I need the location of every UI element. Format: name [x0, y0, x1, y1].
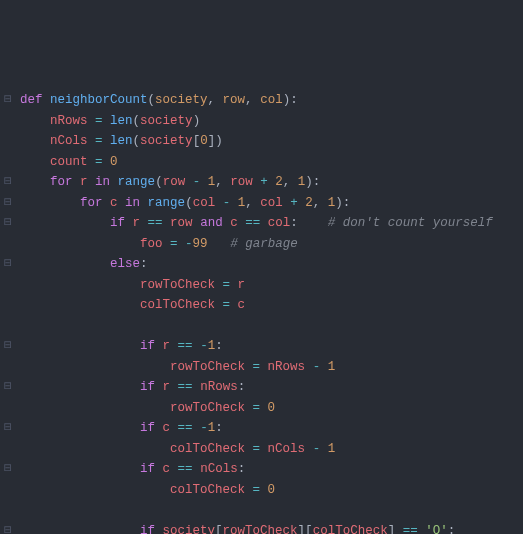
fold-gutter-icon[interactable]: ⊟	[0, 193, 16, 214]
code-text: else:	[20, 257, 148, 271]
code-line[interactable]: ⊟ if c == -1:	[0, 418, 523, 439]
code-text: for r in range(row - 1, row + 2, 1):	[20, 175, 320, 189]
fold-gutter-icon[interactable]: ⊟	[0, 254, 16, 275]
code-text: if r == -1:	[20, 339, 223, 353]
fold-gutter-icon[interactable]: ⊟	[0, 377, 16, 398]
code-line[interactable]: ⊟ if c == nCols:	[0, 459, 523, 480]
fold-gutter-icon[interactable]: ⊟	[0, 418, 16, 439]
code-line[interactable]: ⊟def neighborCount(society, row, col):	[0, 90, 523, 111]
fold-gutter-icon[interactable]: ⊟	[0, 213, 16, 234]
code-line[interactable]: ⊟ else:	[0, 254, 523, 275]
code-text	[20, 319, 140, 333]
code-text: colToCheck = nCols - 1	[20, 442, 335, 456]
code-line[interactable]	[0, 316, 523, 337]
fold-gutter-icon[interactable]: ⊟	[0, 336, 16, 357]
code-line[interactable]: ⊟ for r in range(row - 1, row + 2, 1):	[0, 172, 523, 193]
fold-gutter-icon[interactable]: ⊟	[0, 172, 16, 193]
code-line[interactable]: colToCheck = nCols - 1	[0, 439, 523, 460]
code-line[interactable]: colToCheck = 0	[0, 480, 523, 501]
code-line[interactable]: colToCheck = c	[0, 295, 523, 316]
fold-gutter-icon[interactable]: ⊟	[0, 90, 16, 111]
code-text: rowToCheck = 0	[20, 401, 275, 415]
fold-gutter-icon[interactable]: ⊟	[0, 521, 16, 535]
code-text	[20, 503, 140, 517]
code-text: if r == row and c == col: # don't count …	[20, 216, 493, 230]
fold-gutter-icon[interactable]: ⊟	[0, 459, 16, 480]
code-text: foo = -99 # garbage	[20, 237, 298, 251]
code-text: for c in range(col - 1, col + 2, 1):	[20, 196, 350, 210]
code-text: colToCheck = c	[20, 298, 245, 312]
code-line[interactable]: ⊟ if r == nRows:	[0, 377, 523, 398]
code-text: nRows = len(society)	[20, 114, 200, 128]
code-text: colToCheck = 0	[20, 483, 275, 497]
code-text: if c == nCols:	[20, 462, 245, 476]
code-line[interactable]: rowToCheck = 0	[0, 398, 523, 419]
code-line[interactable]: ⊟ if society[rowToCheck][colToCheck] == …	[0, 521, 523, 535]
code-line[interactable]: rowToCheck = nRows - 1	[0, 357, 523, 378]
code-text: def neighborCount(society, row, col):	[20, 93, 298, 107]
code-line[interactable]: count = 0	[0, 152, 523, 173]
code-text: rowToCheck = nRows - 1	[20, 360, 335, 374]
code-line[interactable]: rowToCheck = r	[0, 275, 523, 296]
code-text: rowToCheck = r	[20, 278, 245, 292]
code-editor[interactable]: ⊟def neighborCount(society, row, col): n…	[0, 90, 523, 534]
code-line[interactable]: ⊟ if r == row and c == col: # don't coun…	[0, 213, 523, 234]
code-text: nCols = len(society[0])	[20, 134, 223, 148]
code-line[interactable]: ⊟ if r == -1:	[0, 336, 523, 357]
code-text: count = 0	[20, 155, 118, 169]
code-line[interactable]: nRows = len(society)	[0, 111, 523, 132]
code-text: if c == -1:	[20, 421, 223, 435]
code-line[interactable]: foo = -99 # garbage	[0, 234, 523, 255]
code-line[interactable]	[0, 500, 523, 521]
code-line[interactable]: ⊟ for c in range(col - 1, col + 2, 1):	[0, 193, 523, 214]
code-text: if r == nRows:	[20, 380, 245, 394]
code-line[interactable]: nCols = len(society[0])	[0, 131, 523, 152]
code-text: if society[rowToCheck][colToCheck] == 'O…	[20, 524, 455, 535]
